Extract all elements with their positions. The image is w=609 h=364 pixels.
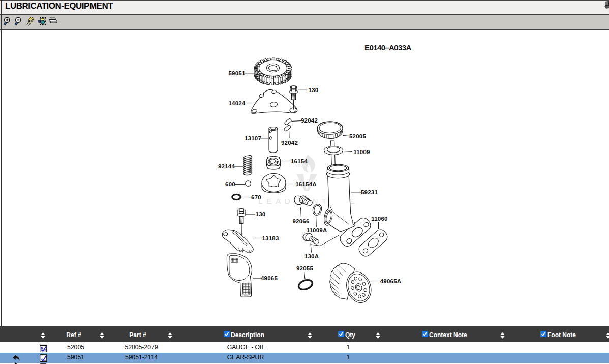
svg-text:11009: 11009 — [353, 149, 370, 155]
svg-text:600: 600 — [225, 181, 235, 187]
svg-text:92055: 92055 — [296, 265, 313, 271]
svg-text:92042: 92042 — [301, 117, 318, 124]
svg-text:59051: 59051 — [229, 70, 246, 76]
svg-text:59231: 59231 — [361, 189, 378, 195]
svg-text:130: 130 — [256, 211, 266, 217]
svg-text:13183: 13183 — [262, 235, 279, 241]
svg-text:670: 670 — [251, 194, 261, 200]
svg-text:11009A: 11009A — [307, 227, 327, 233]
svg-text:92066: 92066 — [293, 218, 310, 224]
svg-text:16154: 16154 — [291, 158, 308, 164]
svg-text:52005: 52005 — [349, 133, 366, 139]
svg-text:16154A: 16154A — [295, 181, 316, 187]
svg-text:92042: 92042 — [281, 140, 298, 146]
svg-text:E0140–A033A: E0140–A033A — [364, 43, 412, 52]
svg-text:14024: 14024 — [229, 100, 246, 106]
svg-text:13107: 13107 — [245, 135, 261, 141]
svg-text:49065A: 49065A — [380, 278, 401, 284]
svg-text:130A: 130A — [304, 253, 319, 259]
svg-text:49065: 49065 — [261, 275, 278, 281]
svg-text:130: 130 — [309, 87, 319, 93]
svg-text:11060: 11060 — [371, 216, 387, 222]
svg-text:92144: 92144 — [218, 163, 235, 169]
